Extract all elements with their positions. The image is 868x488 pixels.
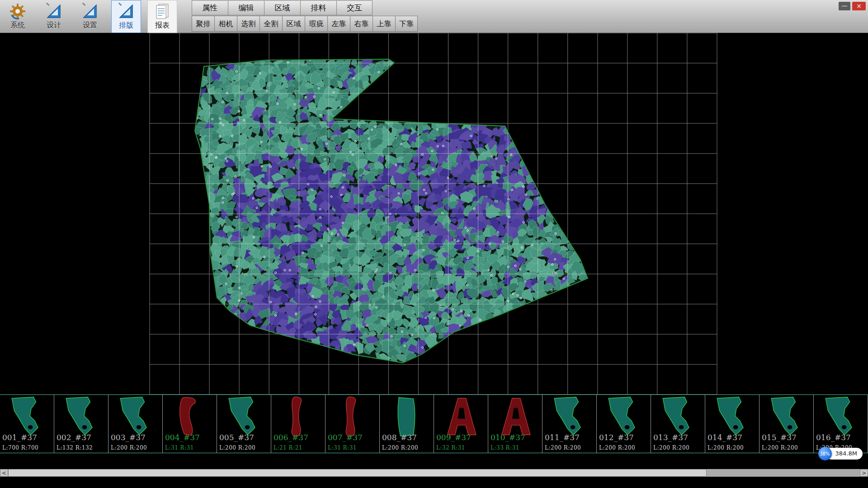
horizontal-scrollbar: < > (0, 469, 868, 477)
piece-lr-label: L:200 R:200 (762, 445, 798, 451)
piece-thumb-013_#37[interactable]: 013_#37L:200 R:200 (651, 395, 705, 453)
piece-thumb-010_#37[interactable]: 010_#37L:33 R:31 (488, 395, 542, 453)
tool-snap-right[interactable]: 右靠 (350, 16, 373, 32)
piece-lr-label: L:32 R:31 (436, 445, 465, 451)
tool-region[interactable]: 区域 (282, 16, 305, 32)
piece-id-label: 008_#37 (382, 433, 417, 442)
piece-thumb-004_#37[interactable]: 004_#37L:31 R:31 (163, 395, 217, 453)
piece-id-label: 007_#37 (328, 433, 363, 442)
piece-lr-label: L:200 R:200 (382, 445, 418, 451)
titlebar: 系统 设计 设置 (0, 0, 868, 33)
app-report-label: 报表 (155, 21, 170, 30)
piece-lr-label: L:700 R:700 (2, 445, 38, 451)
piece-thumb-014_#37[interactable]: 014_#37L:200 R:200 (705, 395, 760, 453)
piece-id-label: 006_#37 (274, 433, 308, 442)
tool-defect[interactable]: 瑕疵 (305, 16, 327, 32)
minimize-button[interactable]: — (839, 2, 850, 10)
piece-thumb-003_#37[interactable]: 003_#37L:200 R:200 (108, 395, 163, 453)
app-toolbar: 系统 设计 设置 (3, 0, 177, 33)
piece-id-label: 009_#37 (436, 433, 471, 442)
piece-thumb-011_#37[interactable]: 011_#37L:200 R:200 (542, 395, 597, 453)
piece-lr-label: L:21 R:21 (274, 445, 302, 451)
window-controls: — × (839, 2, 866, 10)
tab-region[interactable]: 区域 (264, 0, 300, 15)
piece-list: 001_#37L:700 R:700002_#37L:132 R:132003_… (0, 395, 868, 453)
piece-id-label: 013_#37 (653, 433, 688, 442)
tool-snap-bottom[interactable]: 下靠 (395, 16, 418, 32)
piece-thumb-005_#37[interactable]: 005_#37L:200 R:200 (217, 395, 271, 453)
tool-row: 聚排 相机 选割 全割 区域 瑕疵 左靠 右靠 上靠 下靠 (192, 16, 418, 32)
app-system-label: 系统 (10, 21, 25, 30)
piece-lr-label: L:31 R:31 (328, 445, 357, 451)
piece-thumb-008_#37[interactable]: 008_#37L:200 R:200 (380, 395, 434, 453)
tool-select-cut[interactable]: 选割 (237, 16, 259, 32)
tab-nesting[interactable]: 排料 (300, 0, 336, 15)
app-window: 系统 设计 设置 (0, 0, 868, 488)
nesting-svg (0, 33, 868, 394)
piece-thumb-002_#37[interactable]: 002_#37L:132 R:132 (54, 395, 108, 453)
piece-lr-label: L:200 R:200 (653, 445, 689, 451)
tab-properties[interactable]: 属性 (192, 0, 228, 15)
tab-edit[interactable]: 编辑 (228, 0, 264, 15)
scrollbar-thumb[interactable] (8, 469, 707, 477)
piece-id-label: 002_#37 (57, 433, 91, 442)
report-icon (154, 3, 171, 20)
scroll-left-arrow[interactable]: < (0, 469, 8, 477)
piece-strip: 001_#37L:700 R:700002_#37L:132 R:132003_… (0, 394, 868, 453)
piece-lr-label: L:132 R:132 (57, 445, 93, 451)
piece-id-label: 011_#37 (545, 433, 580, 442)
progress-indicator: 384.8M 38% (818, 446, 863, 461)
ribbon-menus: 属性 编辑 区域 排料 交互 聚排 相机 选割 全割 区域 瑕疵 左靠 右靠 上… (192, 0, 418, 32)
triangle-ruler-icon (81, 3, 99, 20)
app-layout-button[interactable]: 排版 (111, 0, 141, 33)
scrollbar-track[interactable] (8, 469, 860, 477)
piece-id-label: 014_#37 (708, 433, 742, 442)
app-design-label: 设计 (47, 21, 61, 30)
piece-id-label: 005_#37 (219, 433, 254, 442)
piece-id-label: 016_#37 (816, 433, 851, 442)
piece-thumb-009_#37[interactable]: 009_#37L:32 R:31 (434, 395, 488, 453)
piece-lr-label: L:200 R:200 (111, 445, 147, 451)
scroll-right-arrow[interactable]: > (860, 469, 868, 477)
piece-lr-label: L:200 R:200 (545, 445, 581, 451)
piece-lr-label: L:31 R:31 (165, 445, 194, 451)
piece-id-label: 015_#37 (762, 433, 797, 442)
piece-thumb-012_#37[interactable]: 012_#37L:200 R:200 (597, 395, 651, 453)
gear-icon (9, 3, 26, 20)
app-report-button[interactable]: 报表 (147, 0, 177, 33)
piece-id-label: 010_#37 (491, 433, 525, 442)
tool-snap-left[interactable]: 左靠 (327, 16, 350, 32)
app-system-button[interactable]: 系统 (3, 0, 33, 33)
piece-lr-label: L:33 R:31 (491, 445, 519, 451)
piece-thumb-016_#37[interactable]: 016_#37L:200 R:200 (814, 395, 868, 453)
triangle-ruler-icon (118, 3, 135, 20)
piece-thumb-001_#37[interactable]: 001_#37L:700 R:700 (0, 395, 54, 453)
piece-lr-label: L:200 R:200 (219, 445, 255, 451)
app-settings-label: 设置 (83, 21, 97, 30)
triangle-ruler-icon (45, 3, 62, 20)
piece-thumb-006_#37[interactable]: 006_#37L:21 R:21 (271, 395, 326, 453)
tool-camera[interactable]: 相机 (214, 16, 237, 32)
piece-lr-label: L:200 R:200 (599, 445, 635, 451)
progress-badge: 38% (818, 447, 832, 460)
app-layout-label: 排版 (119, 21, 133, 30)
app-design-button[interactable]: 设计 (39, 0, 69, 33)
piece-id-label: 012_#37 (599, 433, 634, 442)
tool-cluster-nest[interactable]: 聚排 (192, 16, 214, 32)
piece-id-label: 004_#37 (165, 433, 200, 442)
piece-thumb-007_#37[interactable]: 007_#37L:31 R:31 (326, 395, 380, 453)
close-button[interactable]: × (852, 2, 866, 10)
piece-id-label: 001_#37 (2, 433, 37, 442)
tool-snap-top[interactable]: 上靠 (373, 16, 395, 32)
tool-cut-all[interactable]: 全割 (259, 16, 282, 32)
piece-id-label: 003_#37 (111, 433, 146, 442)
tab-row: 属性 编辑 区域 排料 交互 (192, 0, 418, 15)
app-settings-button[interactable]: 设置 (75, 0, 105, 33)
nesting-canvas[interactable] (0, 33, 868, 394)
piece-lr-label: L:200 R:200 (708, 445, 744, 451)
tab-interact[interactable]: 交互 (336, 0, 373, 15)
piece-thumb-015_#37[interactable]: 015_#37L:200 R:200 (760, 395, 814, 453)
